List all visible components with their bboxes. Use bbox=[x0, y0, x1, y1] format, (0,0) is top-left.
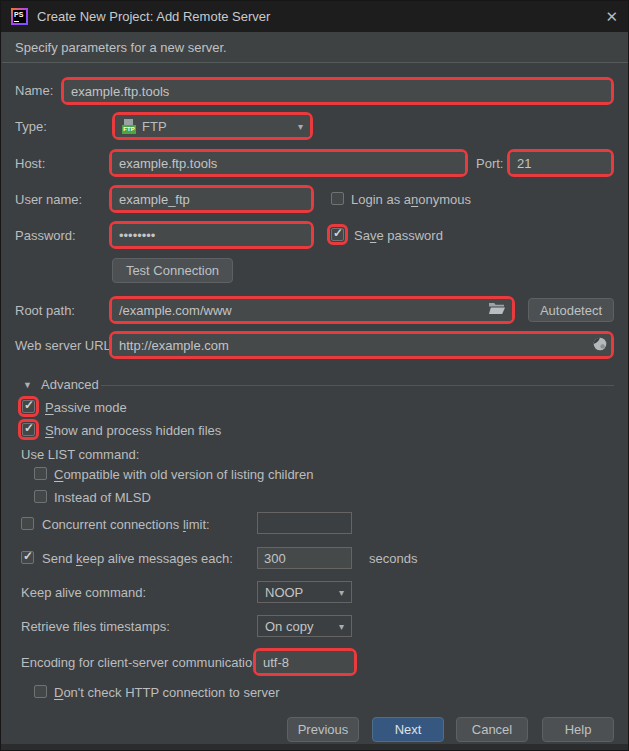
dont-check-http-checkbox[interactable] bbox=[34, 685, 47, 698]
keep-alive-command-label: Keep alive command: bbox=[21, 585, 146, 600]
root-path-input[interactable] bbox=[112, 299, 512, 321]
type-selected-value: FTP bbox=[142, 119, 167, 134]
port-label: Port: bbox=[476, 156, 503, 171]
autodetect-button[interactable]: Autodetect bbox=[528, 298, 614, 322]
password-label: Password: bbox=[15, 228, 76, 243]
compatible-old-listing-label: Compatible with old version of listing c… bbox=[54, 467, 313, 482]
label-part: Concurrent connections bbox=[42, 517, 183, 532]
dont-check-http-label: Don't check HTTP connection to server bbox=[54, 685, 280, 700]
password-input[interactable] bbox=[112, 224, 311, 246]
label-mnemonic: P bbox=[45, 400, 54, 415]
user-name-input[interactable] bbox=[112, 188, 311, 210]
port-field-highlight bbox=[507, 149, 614, 177]
host-label: Host: bbox=[15, 156, 45, 171]
next-label: Next bbox=[395, 722, 422, 737]
login-anonymous-label: Login as anonymous bbox=[351, 192, 471, 207]
next-button[interactable]: Next bbox=[372, 717, 444, 742]
chevron-down-icon: ▾ bbox=[339, 621, 344, 632]
cancel-button[interactable]: Cancel bbox=[456, 717, 528, 742]
ftp-badge: FTP bbox=[122, 125, 136, 134]
web-server-url-field-highlight bbox=[109, 331, 614, 359]
keep-alive-checkbox[interactable] bbox=[21, 551, 34, 564]
ftp-file-icon: FTP bbox=[122, 119, 136, 134]
host-field-highlight bbox=[109, 149, 468, 177]
chevron-down-icon: ▾ bbox=[339, 587, 344, 598]
save-password-checkbox[interactable] bbox=[331, 228, 344, 241]
folder-browse-icon[interactable] bbox=[489, 301, 505, 315]
password-field-highlight bbox=[109, 221, 314, 249]
compatible-old-listing-checkbox[interactable] bbox=[34, 467, 47, 480]
phpstorm-logo-text: PS bbox=[13, 10, 26, 23]
label-part: Send bbox=[42, 551, 76, 566]
label-part: imit: bbox=[186, 517, 210, 532]
label-mnemonic: C bbox=[54, 467, 63, 482]
name-field-highlight bbox=[61, 77, 614, 105]
encoding-field-highlight bbox=[253, 648, 357, 676]
concurrent-limit-input[interactable] bbox=[257, 512, 352, 534]
dialog-title: Create New Project: Add Remote Server bbox=[37, 9, 270, 24]
globe-icon bbox=[593, 337, 607, 351]
phpstorm-logo-icon: PS bbox=[11, 8, 28, 25]
window-bottom-edge bbox=[1, 744, 628, 750]
help-button[interactable]: Help bbox=[542, 717, 614, 742]
advanced-separator-line bbox=[101, 385, 614, 386]
passive-mode-checkbox-highlight bbox=[18, 396, 39, 417]
port-input[interactable] bbox=[510, 152, 611, 174]
encoding-input[interactable] bbox=[256, 651, 354, 673]
test-connection-button[interactable]: Test Connection bbox=[112, 258, 233, 283]
type-select[interactable]: FTP FTP ▾ bbox=[115, 115, 310, 137]
keep-alive-command-select[interactable]: NOOP ▾ bbox=[257, 581, 352, 603]
keep-alive-label: Send keep alive messages each: bbox=[42, 551, 233, 566]
retrieve-timestamps-value: On copy bbox=[265, 619, 313, 634]
passive-mode-checkbox[interactable] bbox=[22, 400, 35, 413]
advanced-collapse-icon[interactable]: ▼ bbox=[23, 380, 32, 390]
label-part: assive mode bbox=[54, 400, 127, 415]
type-label: Type: bbox=[15, 119, 47, 134]
label-mnemonic: S bbox=[45, 423, 54, 438]
chevron-down-icon: ▾ bbox=[298, 121, 303, 132]
concurrent-limit-label: Concurrent connections limit: bbox=[42, 517, 210, 532]
web-server-url-label: Web server URL: bbox=[15, 338, 114, 353]
label-part: Sa bbox=[354, 228, 370, 243]
label-part: how and process hidden files bbox=[54, 423, 222, 438]
host-input[interactable] bbox=[112, 152, 465, 174]
hidden-files-checkbox[interactable] bbox=[22, 423, 35, 436]
retrieve-timestamps-label: Retrieve files timestamps: bbox=[21, 619, 170, 634]
retrieve-timestamps-select[interactable]: On copy ▾ bbox=[257, 615, 352, 637]
name-label: Name: bbox=[15, 83, 53, 98]
root-path-field-highlight bbox=[109, 296, 515, 324]
add-remote-server-dialog: PS Create New Project: Add Remote Server… bbox=[0, 0, 629, 751]
name-input[interactable] bbox=[64, 80, 611, 102]
label-part: onymous bbox=[418, 192, 471, 207]
hidden-files-checkbox-highlight bbox=[18, 419, 39, 440]
autodetect-label: Autodetect bbox=[540, 303, 602, 318]
previous-button[interactable]: Previous bbox=[287, 717, 359, 742]
label-part: Login as a bbox=[351, 192, 411, 207]
user-name-label: User name: bbox=[15, 192, 82, 207]
previous-label: Previous bbox=[298, 722, 349, 737]
hidden-files-label: Show and process hidden files bbox=[45, 423, 221, 438]
passive-mode-label: Passive mode bbox=[45, 400, 127, 415]
label-part: eep alive messages each: bbox=[82, 551, 232, 566]
encoding-label: Encoding for client-server communication… bbox=[21, 655, 263, 670]
keep-alive-interval-input[interactable] bbox=[257, 547, 352, 569]
help-label: Help bbox=[565, 722, 592, 737]
save-password-label: Save password bbox=[354, 228, 443, 243]
close-icon[interactable]: ✕ bbox=[605, 9, 618, 24]
keep-alive-command-value: NOOP bbox=[265, 585, 303, 600]
label-part: ompatible with old version of listing ch… bbox=[63, 467, 313, 482]
label-mnemonic: D bbox=[54, 685, 63, 700]
login-anonymous-checkbox[interactable] bbox=[331, 192, 344, 205]
label-part: on't check HTTP connection to server bbox=[63, 685, 279, 700]
advanced-section-title[interactable]: Advanced bbox=[41, 377, 99, 392]
web-server-url-input[interactable] bbox=[112, 334, 611, 356]
dialog-subtitle-bar: Specify parameters for a new server. bbox=[2, 32, 629, 63]
instead-of-mlsd-label: Instead of MLSD bbox=[54, 490, 151, 505]
title-bar: PS Create New Project: Add Remote Server… bbox=[1, 1, 628, 32]
seconds-suffix-label: seconds bbox=[369, 551, 417, 566]
root-path-label: Root path: bbox=[15, 303, 75, 318]
type-field-highlight: FTP FTP ▾ bbox=[112, 112, 313, 140]
concurrent-limit-checkbox[interactable] bbox=[21, 517, 34, 530]
dialog-subtitle: Specify parameters for a new server. bbox=[15, 40, 227, 55]
instead-of-mlsd-checkbox[interactable] bbox=[34, 490, 47, 503]
